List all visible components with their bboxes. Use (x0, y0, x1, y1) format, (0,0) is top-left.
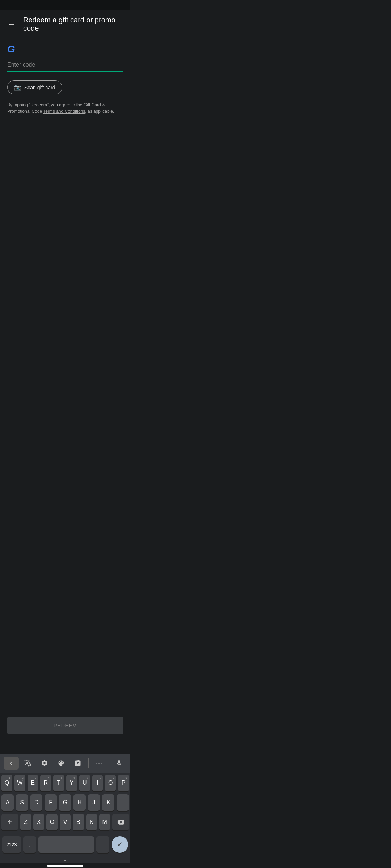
code-input[interactable] (7, 59, 123, 72)
header: ← Redeem a gift card or promo code (0, 10, 130, 38)
google-logo: G (7, 44, 123, 54)
status-bar (0, 0, 130, 10)
back-button[interactable]: ← (4, 17, 19, 31)
scan-button-label: Scan gift card (24, 85, 55, 90)
terms-text: By tapping "Redeem", you agree to the Gi… (7, 102, 123, 115)
terms-link[interactable]: Terms and Conditions (43, 109, 85, 114)
camera-icon: 📷 (14, 84, 21, 91)
scan-gift-card-button[interactable]: 📷 Scan gift card (7, 80, 62, 94)
page-title: Redeem a gift card or promo code (23, 16, 125, 33)
